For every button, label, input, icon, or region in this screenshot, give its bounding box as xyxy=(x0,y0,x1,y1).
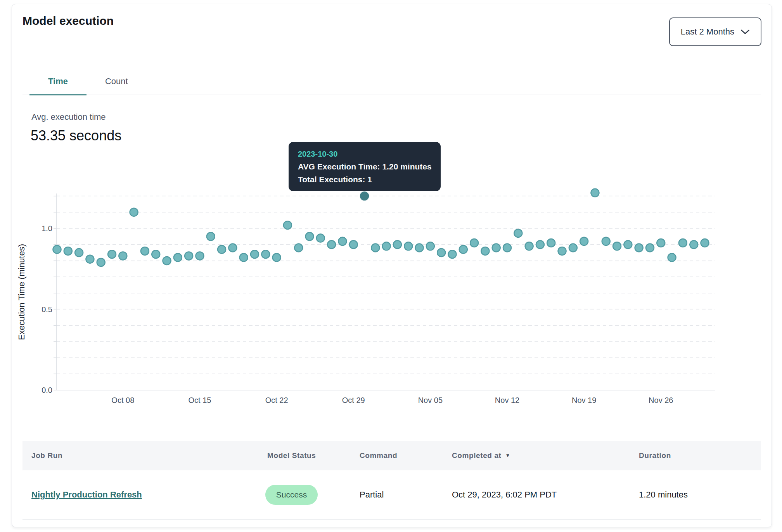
scatter-point[interactable] xyxy=(338,237,346,245)
x-tick-label: Nov 26 xyxy=(649,396,673,404)
scatter-point[interactable] xyxy=(327,240,336,249)
y-tick-label: 1.0 xyxy=(42,224,52,233)
scatter-point[interactable] xyxy=(174,254,182,262)
scatter-point[interactable] xyxy=(196,252,204,260)
completed-at-cell: Oct 29, 2023, 6:02 PM PDT xyxy=(452,470,557,519)
scatter-point[interactable] xyxy=(580,237,588,245)
scatter-point-highlighted[interactable] xyxy=(360,192,369,200)
execution-time-scatter-chart[interactable]: 0.00.51.0Oct 08Oct 15Oct 22Oct 29Nov 05N… xyxy=(12,183,772,423)
scatter-point[interactable] xyxy=(64,247,72,255)
scatter-point[interactable] xyxy=(273,254,281,262)
tooltip-date: 2023-10-30 xyxy=(298,148,431,160)
column-header-model-status[interactable]: Model Status xyxy=(267,441,316,470)
scatter-point[interactable] xyxy=(514,229,522,237)
chevron-down-icon xyxy=(740,29,750,35)
scatter-point[interactable] xyxy=(437,249,445,257)
avg-execution-time-value: 53.35 seconds xyxy=(31,128,121,144)
scatter-point[interactable] xyxy=(240,254,248,262)
scatter-point[interactable] xyxy=(349,240,358,249)
scatter-point[interactable] xyxy=(284,221,292,229)
column-header-completed-at[interactable]: Completed at▼ xyxy=(452,441,510,470)
scatter-point[interactable] xyxy=(317,234,325,242)
date-range-selector[interactable]: Last 2 Months xyxy=(669,17,761,46)
tooltip-avg-time: AVG Execution Time: 1.20 minutes xyxy=(298,160,431,173)
scatter-point[interactable] xyxy=(635,244,643,252)
column-header-command[interactable]: Command xyxy=(360,441,397,470)
scatter-point[interactable] xyxy=(393,240,401,249)
scatter-point[interactable] xyxy=(646,244,654,252)
tabs-divider xyxy=(22,95,761,95)
y-tick-label: 0.0 xyxy=(42,386,52,394)
column-header-duration[interactable]: Duration xyxy=(639,441,671,470)
job-run-link[interactable]: Nightly Production Refresh xyxy=(31,490,142,499)
scatter-point[interactable] xyxy=(657,239,665,247)
date-range-label: Last 2 Months xyxy=(681,27,734,37)
scatter-point[interactable] xyxy=(459,245,467,254)
tab-count[interactable]: Count xyxy=(87,70,147,95)
scatter-point[interactable] xyxy=(294,244,303,252)
avg-execution-time-label: Avg. execution time xyxy=(31,112,106,122)
table-row: Nightly Production Refresh Success Parti… xyxy=(22,470,761,520)
scatter-point[interactable] xyxy=(448,250,456,258)
scatter-point[interactable] xyxy=(371,244,379,252)
sort-desc-icon: ▼ xyxy=(505,441,510,470)
scatter-point[interactable] xyxy=(668,254,676,262)
chart-tabs: Time Count xyxy=(29,70,147,95)
scatter-point[interactable] xyxy=(481,247,489,255)
table-header: Job Run Model Status Command Completed a… xyxy=(22,441,761,470)
scatter-point[interactable] xyxy=(404,242,412,250)
tooltip-total-executions: Total Executions: 1 xyxy=(298,173,431,186)
scatter-point[interactable] xyxy=(569,244,577,252)
scatter-point[interactable] xyxy=(690,240,698,249)
x-tick-label: Oct 15 xyxy=(189,396,211,404)
scatter-point[interactable] xyxy=(415,244,424,252)
scatter-point[interactable] xyxy=(426,242,434,250)
scatter-point[interactable] xyxy=(141,247,149,255)
scatter-point[interactable] xyxy=(613,242,621,250)
chart-tooltip: 2023-10-30 AVG Execution Time: 1.20 minu… xyxy=(289,142,441,191)
scatter-point[interactable] xyxy=(75,249,83,257)
command-cell: Partial xyxy=(360,470,384,519)
scatter-point[interactable] xyxy=(558,247,566,255)
scatter-point[interactable] xyxy=(602,237,610,245)
scatter-point[interactable] xyxy=(470,239,478,247)
scatter-point[interactable] xyxy=(119,252,127,260)
duration-cell: 1.20 minutes xyxy=(639,470,688,519)
x-tick-label: Nov 19 xyxy=(572,396,596,404)
status-badge: Success xyxy=(265,485,318,505)
tab-time[interactable]: Time xyxy=(29,70,87,95)
scatter-point[interactable] xyxy=(130,208,138,216)
scatter-point[interactable] xyxy=(701,239,709,247)
y-tick-label: 0.5 xyxy=(42,305,52,314)
scatter-point[interactable] xyxy=(525,242,533,250)
scatter-point[interactable] xyxy=(53,245,61,254)
page-title: Model execution xyxy=(22,14,114,28)
model-execution-card: Model execution Last 2 Months Time Count… xyxy=(12,4,772,527)
x-tick-label: Oct 22 xyxy=(265,396,288,404)
scatter-point[interactable] xyxy=(306,232,314,240)
scatter-point[interactable] xyxy=(547,239,555,247)
x-tick-label: Oct 29 xyxy=(342,396,365,404)
scatter-point[interactable] xyxy=(108,250,116,258)
scatter-point[interactable] xyxy=(503,244,511,252)
scatter-point[interactable] xyxy=(97,258,105,266)
scatter-point[interactable] xyxy=(86,255,94,263)
scatter-point[interactable] xyxy=(207,232,215,240)
scatter-point[interactable] xyxy=(536,240,544,249)
scatter-point[interactable] xyxy=(251,250,259,258)
scatter-point[interactable] xyxy=(261,250,270,258)
scatter-point[interactable] xyxy=(185,252,193,260)
x-tick-label: Oct 08 xyxy=(111,396,134,404)
scatter-point[interactable] xyxy=(492,244,500,252)
column-header-job-run[interactable]: Job Run xyxy=(31,441,62,470)
x-tick-label: Nov 12 xyxy=(495,396,519,404)
scatter-point[interactable] xyxy=(624,240,632,249)
scatter-point[interactable] xyxy=(591,189,599,197)
y-axis-title: Execution Time (minutes) xyxy=(17,244,26,340)
scatter-point[interactable] xyxy=(218,245,226,254)
scatter-point[interactable] xyxy=(679,239,687,247)
scatter-point[interactable] xyxy=(382,242,391,250)
scatter-point[interactable] xyxy=(228,244,237,252)
scatter-point[interactable] xyxy=(163,257,171,265)
scatter-point[interactable] xyxy=(152,250,160,258)
